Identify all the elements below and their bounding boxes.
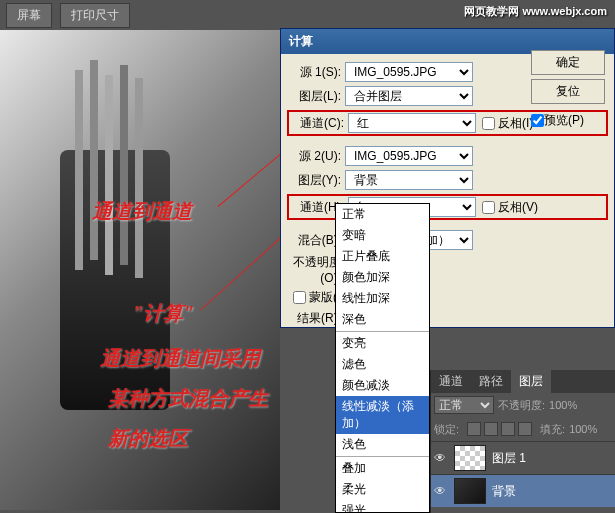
invert2-label: 反相(V) bbox=[498, 199, 538, 216]
invert1-label: 反相(I) bbox=[498, 115, 533, 132]
blend-option[interactable]: 线性加深 bbox=[336, 288, 429, 309]
layer-thumb-bg bbox=[454, 478, 486, 504]
lock-all-icon[interactable] bbox=[518, 422, 532, 436]
blend-label: 混合(B): bbox=[287, 232, 341, 249]
lock-position-icon[interactable] bbox=[501, 422, 515, 436]
blend-option[interactable]: 颜色加深 bbox=[336, 267, 429, 288]
opacity-label: 不透明度: bbox=[498, 398, 545, 413]
layer2-label: 图层(Y): bbox=[287, 172, 341, 189]
blend-option[interactable]: 正常 bbox=[336, 204, 429, 225]
blend-option[interactable]: 深色 bbox=[336, 309, 429, 330]
invert1-checkbox[interactable] bbox=[482, 117, 495, 130]
blend-mode-select[interactable]: 正常 bbox=[434, 396, 494, 414]
fill-value: 100% bbox=[569, 423, 597, 435]
blend-option[interactable]: 正片叠底 bbox=[336, 246, 429, 267]
lock-label: 锁定: bbox=[434, 422, 459, 437]
preview-label: 预览(P) bbox=[544, 112, 584, 129]
annotation-channel-to-channel: 通道到通道 bbox=[92, 198, 192, 225]
layer-name-bg: 背景 bbox=[492, 483, 516, 500]
blend-option[interactable]: 颜色减淡 bbox=[336, 375, 429, 396]
layer1-label: 图层(L): bbox=[287, 88, 341, 105]
cancel-button[interactable]: 复位 bbox=[531, 79, 605, 104]
source2-label: 源 2(U): bbox=[287, 148, 341, 165]
channel1-select[interactable]: 红 bbox=[348, 113, 476, 133]
mask-checkbox[interactable] bbox=[293, 291, 306, 304]
annotation-calc: "计算" bbox=[132, 300, 194, 327]
ok-button[interactable]: 确定 bbox=[531, 50, 605, 75]
layer1-select[interactable]: 合并图层 bbox=[345, 86, 473, 106]
blend-option[interactable]: 柔光 bbox=[336, 479, 429, 500]
opacity-label: 不透明度(O): bbox=[287, 254, 341, 285]
visibility-eye-icon[interactable]: 👁 bbox=[434, 484, 448, 498]
watermark: 网页教学网 www.webjx.com bbox=[464, 4, 607, 19]
source1-label: 源 1(S): bbox=[287, 64, 341, 81]
lock-transparency-icon[interactable] bbox=[467, 422, 481, 436]
layers-panel: 通道 路径 图层 正常 不透明度: 100% 锁定: 填充: 100% 👁 图层… bbox=[430, 370, 615, 513]
tab-paths[interactable]: 路径 bbox=[471, 370, 511, 393]
tab-channels[interactable]: 通道 bbox=[431, 370, 471, 393]
blend-dropdown-list: 正常变暗正片叠底颜色加深线性加深深色变亮滤色颜色减淡线性减淡（添加）浅色叠加柔光… bbox=[335, 203, 430, 513]
blend-option[interactable]: 变亮 bbox=[336, 333, 429, 354]
dialog-buttons: 确定 复位 预览(P) bbox=[531, 50, 605, 129]
screen-button[interactable]: 屏幕 bbox=[6, 3, 52, 28]
tab-layers[interactable]: 图层 bbox=[511, 370, 551, 393]
blend-option[interactable]: 叠加 bbox=[336, 458, 429, 479]
preview-checkbox[interactable] bbox=[531, 114, 544, 127]
printsize-button[interactable]: 打印尺寸 bbox=[60, 3, 130, 28]
blend-option[interactable]: 强光 bbox=[336, 500, 429, 513]
invert2-checkbox[interactable] bbox=[482, 201, 495, 214]
annotation-line4: 某种方式混合产生 bbox=[108, 385, 268, 412]
channel1-label: 通道(C): bbox=[290, 115, 344, 132]
source1-select[interactable]: IMG_0595.JPG bbox=[345, 62, 473, 82]
source2-select[interactable]: IMG_0595.JPG bbox=[345, 146, 473, 166]
fill-label: 填充: bbox=[540, 422, 565, 437]
annotation-line3: 通道到通道间采用 bbox=[100, 345, 260, 372]
annotation-line5: 新的选区 bbox=[108, 425, 188, 452]
layer-name-1: 图层 1 bbox=[492, 450, 526, 467]
lock-image-icon[interactable] bbox=[484, 422, 498, 436]
blend-option[interactable]: 滤色 bbox=[336, 354, 429, 375]
layer-row-bg[interactable]: 👁 背景 bbox=[431, 474, 615, 507]
visibility-eye-icon[interactable]: 👁 bbox=[434, 451, 448, 465]
opacity-value: 100% bbox=[549, 399, 577, 411]
blend-option[interactable]: 浅色 bbox=[336, 434, 429, 455]
result-label: 结果(R): bbox=[287, 310, 341, 327]
layer-row-1[interactable]: 👁 图层 1 bbox=[431, 441, 615, 474]
layer-thumb-1 bbox=[454, 445, 486, 471]
layer2-select[interactable]: 背景 bbox=[345, 170, 473, 190]
blend-option[interactable]: 变暗 bbox=[336, 225, 429, 246]
blend-option[interactable]: 线性减淡（添加） bbox=[336, 396, 429, 434]
